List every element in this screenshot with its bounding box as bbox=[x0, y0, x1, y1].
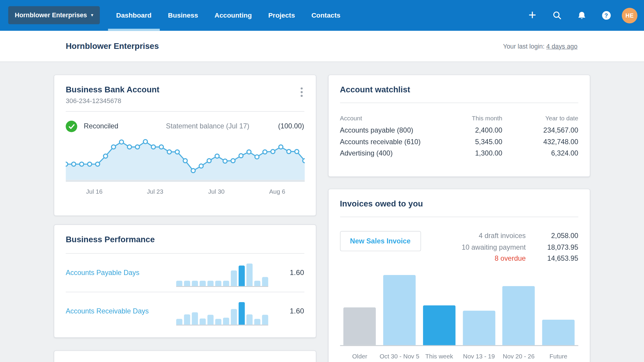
accounts-payable-days-link[interactable]: Accounts Payable Days bbox=[66, 269, 139, 277]
bar-1 bbox=[380, 275, 419, 345]
bar-0 bbox=[340, 307, 380, 345]
bank-account-card: Business Bank Account 306-234-12345678 R… bbox=[54, 75, 316, 216]
chart-axis bbox=[340, 345, 578, 346]
awaiting-payment-label[interactable]: 10 awaiting payment bbox=[462, 242, 526, 253]
tab-projects[interactable]: Projects bbox=[260, 0, 303, 31]
org-switcher-button[interactable]: Hornblower Enterprises ▾ bbox=[8, 6, 100, 24]
x-label: Older bbox=[340, 352, 380, 359]
reconciled-status: Reconciled bbox=[84, 122, 118, 131]
nav-actions: + ? HE bbox=[517, 0, 644, 31]
tab-accounting[interactable]: Accounting bbox=[206, 0, 260, 31]
help-icon: ? bbox=[602, 11, 611, 20]
statement-balance-value: (100.00) bbox=[278, 122, 304, 131]
page-header: Hornblower Enterprises Your last login: … bbox=[0, 31, 644, 62]
invoices-bar-chart: Older Oct 30 - Nov 5 This week Nov 13 - … bbox=[340, 275, 578, 359]
tab-dashboard[interactable]: Dashboard bbox=[108, 0, 160, 31]
x-label: Jul 23 bbox=[147, 188, 163, 195]
column-header: This month bbox=[428, 114, 502, 125]
last-login: Your last login: 4 days ago bbox=[503, 43, 578, 50]
invoices-owed-title: Invoices owed to you bbox=[340, 199, 578, 209]
bank-balance-chart: Jul 16 Jul 23 Jul 30 Aug 6 bbox=[66, 139, 304, 198]
payable-days-value: 1.60 bbox=[268, 268, 304, 277]
divider bbox=[66, 111, 304, 111]
x-label: Aug 6 bbox=[269, 188, 285, 195]
x-label: Nov 20 - 26 bbox=[499, 352, 538, 359]
add-button[interactable]: + bbox=[523, 0, 541, 31]
tab-business[interactable]: Business bbox=[160, 0, 206, 31]
draft-invoices-value: 2,058.00 bbox=[526, 230, 578, 242]
bar-2 bbox=[419, 305, 459, 345]
last-login-label: Your last login: bbox=[503, 43, 544, 49]
table-row: Accounts payable (800) 2,400.00 234,567.… bbox=[340, 125, 578, 136]
draft-invoices-label[interactable]: 4 draft invoices bbox=[479, 230, 526, 242]
screen: Hornblower Enterprises ▾ Dashboard Busin… bbox=[0, 0, 644, 362]
overdue-value: 14,653.95 bbox=[526, 253, 578, 264]
watchlist-table: Account This month Year to date Accounts… bbox=[340, 114, 578, 159]
payable-days-sparkline bbox=[176, 263, 268, 287]
x-label: Future bbox=[538, 352, 578, 359]
table-row: Advertising (400) 1,300.00 6,324.00 bbox=[340, 148, 578, 159]
invoices-owed-card: Invoices owed to you New Sales Invoice 4… bbox=[328, 189, 590, 362]
search-icon bbox=[552, 11, 562, 20]
top-navigation: Hornblower Enterprises ▾ Dashboard Busin… bbox=[0, 0, 644, 31]
divider bbox=[340, 217, 578, 217]
divider bbox=[340, 102, 578, 103]
accounts-receivable-days-link[interactable]: Accounts Receivable Days bbox=[66, 307, 149, 316]
invoice-summary: 4 draft invoices 2,058.00 10 awaiting pa… bbox=[462, 230, 578, 264]
chart-x-labels: Older Oct 30 - Nov 5 This week Nov 13 - … bbox=[340, 352, 578, 359]
avatar[interactable]: HE bbox=[622, 7, 637, 23]
last-login-link[interactable]: 4 days ago bbox=[546, 43, 577, 49]
x-label: Jul 30 bbox=[208, 188, 225, 195]
table-row: Accounts receivable (610) 5,345.00 432,7… bbox=[340, 136, 578, 148]
check-icon bbox=[66, 121, 77, 132]
chart-x-labels: Jul 16 Jul 23 Jul 30 Aug 6 bbox=[66, 188, 304, 198]
awaiting-payment-value: 18,073.95 bbox=[526, 242, 578, 253]
x-label: Nov 13 - 19 bbox=[459, 352, 499, 359]
bank-account-title: Business Bank Account bbox=[66, 85, 159, 94]
column-header: Account bbox=[340, 114, 428, 125]
plus-icon: + bbox=[528, 8, 536, 21]
tab-contacts[interactable]: Contacts bbox=[303, 0, 349, 31]
chevron-down-icon: ▾ bbox=[91, 13, 93, 17]
account-watchlist-card: Account watchlist Account This month Yea… bbox=[328, 75, 590, 177]
bank-account-number: 306-234-12345678 bbox=[66, 97, 159, 105]
column-header: Year to date bbox=[502, 114, 578, 125]
overdue-row: 8 overdue 14,653.95 bbox=[462, 253, 578, 264]
perf-row-receivable: Accounts Receivable Days 1.60 bbox=[66, 292, 304, 330]
new-sales-invoice-button[interactable]: New Sales Invoice bbox=[340, 231, 421, 251]
bell-icon bbox=[577, 10, 586, 20]
business-performance-title: Business Performance bbox=[66, 235, 304, 244]
page-title: Hornblower Enterprises bbox=[66, 41, 159, 51]
bar-4 bbox=[499, 286, 538, 345]
dashboard-content: Business Bank Account 306-234-12345678 R… bbox=[0, 62, 644, 362]
notifications-button[interactable] bbox=[572, 0, 591, 31]
x-label: Oct 30 - Nov 5 bbox=[380, 352, 419, 359]
help-button[interactable]: ? bbox=[597, 0, 615, 31]
receivable-days-sparkline bbox=[176, 302, 268, 326]
overdue-label[interactable]: 8 overdue bbox=[495, 253, 526, 264]
bar-3 bbox=[459, 310, 499, 345]
search-button[interactable] bbox=[548, 0, 566, 31]
perf-row-payable: Accounts Payable Days 1.60 bbox=[66, 254, 304, 292]
kebab-menu-icon[interactable] bbox=[299, 85, 304, 100]
awaiting-payment-row: 10 awaiting payment 18,073.95 bbox=[462, 242, 578, 253]
org-name: Hornblower Enterprises bbox=[15, 12, 87, 19]
business-performance-card: Business Performance Accounts Payable Da… bbox=[54, 225, 316, 338]
statement-balance-label: Statement balance (Jul 17) bbox=[166, 122, 250, 131]
x-label: Jul 16 bbox=[86, 188, 103, 195]
account-watchlist-title: Account watchlist bbox=[340, 85, 578, 94]
x-label: This week bbox=[419, 352, 459, 359]
draft-invoices-row: 4 draft invoices 2,058.00 bbox=[462, 230, 578, 242]
partially-visible-card bbox=[54, 350, 316, 362]
bar-5 bbox=[538, 319, 578, 345]
primary-tabs: Dashboard Business Accounting Projects C… bbox=[108, 0, 349, 31]
receivable-days-value: 1.60 bbox=[268, 307, 304, 316]
